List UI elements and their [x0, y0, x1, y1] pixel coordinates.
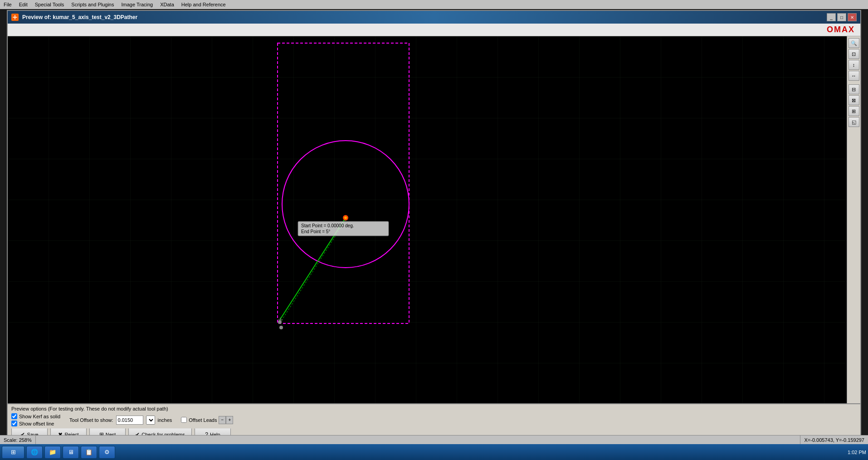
window-titlebar: Preview of: kumar_5_axis_test_v2_3DPathe… [8, 11, 860, 24]
menu-xdata[interactable]: XData [160, 2, 174, 7]
taskbar-btn2[interactable]: 📁 [44, 446, 61, 459]
offset-leads-checkbox[interactable] [181, 417, 187, 423]
show-offset-label: Show offset line [19, 421, 54, 426]
show-offset-checkbox[interactable] [11, 421, 17, 426]
window-controls: _ □ ✕ [827, 13, 857, 21]
spin-up-button[interactable]: + [226, 416, 233, 424]
taskbar-btn1[interactable]: 🌐 [26, 446, 43, 459]
menu-file[interactable]: File [4, 2, 12, 7]
tool-r2[interactable]: ⊠ [848, 95, 859, 105]
window-icon [11, 14, 19, 21]
show-kerf-label: Show Kerf as solid [19, 414, 60, 419]
tool-offset-input[interactable] [116, 416, 143, 425]
offset-leads-label: Offset Leads [189, 417, 217, 423]
zoom-height-button[interactable]: ↕ [848, 60, 859, 70]
menu-edit[interactable]: Edit [19, 2, 28, 7]
maximize-button[interactable]: □ [837, 13, 846, 21]
menubar: File Edit Special Tools Scripts and Plug… [0, 0, 868, 9]
spin-down-button[interactable]: − [219, 416, 226, 424]
show-kerf-checkbox-group: Show Kerf as solid [11, 413, 60, 419]
menu-help[interactable]: Help and Reference [181, 2, 226, 7]
zoom-fit-button[interactable]: ⊡ [848, 49, 859, 59]
show-kerf-checkbox[interactable] [11, 413, 17, 419]
taskbar-start[interactable]: ⊞ [2, 446, 24, 459]
taskbar-btn3[interactable]: 🖥 [63, 446, 79, 459]
offset-leads-group: Offset Leads − + [181, 416, 233, 424]
tool-offset-unit-select[interactable]: ▼ [146, 416, 155, 425]
svg-text:Start Point = 0.00000 deg.: Start Point = 0.00000 deg. [301, 223, 354, 228]
tool-r3[interactable]: ⊞ [848, 106, 859, 116]
svg-rect-3 [8, 36, 860, 403]
inches-label: inches [158, 417, 172, 423]
zoom-width-button[interactable]: ↔ [848, 71, 859, 81]
zoom-in-button[interactable]: 🔍 [848, 38, 859, 48]
tool-r1[interactable]: ⊟ [848, 84, 859, 94]
svg-point-9 [344, 216, 347, 219]
minimize-button[interactable]: _ [827, 13, 836, 21]
svg-point-10 [278, 320, 282, 324]
canvas-svg: Start Point = 0.00000 deg. End Point = 5… [8, 36, 860, 403]
scale-status: Scale: 258% [0, 436, 36, 444]
menu-scripts[interactable]: Scripts and Plugins [71, 2, 114, 7]
canvas-area[interactable]: Start Point = 0.00000 deg. End Point = 5… [8, 36, 860, 403]
logo-bar: OMAX [8, 24, 860, 36]
taskbar-btn5[interactable]: ⚙ [99, 446, 115, 459]
svg-text:End Point = 5°: End Point = 5° [301, 229, 330, 234]
taskbar: ⊞ 🌐 📁 🖥 📋 ⚙ 1:02 PM [0, 444, 868, 460]
controls-row: Show Kerf as solid Show offset line Tool… [11, 413, 857, 426]
preview-options-label: Preview options (For testing only. These… [11, 406, 857, 411]
tool-offset-group: Tool Offset to show: ▼ inches [69, 416, 172, 425]
taskbar-btn4[interactable]: 📋 [81, 446, 97, 459]
svg-point-11 [279, 326, 283, 329]
tool-offset-label: Tool Offset to show: [69, 417, 113, 423]
show-offset-checkbox-group: Show offset line [11, 421, 60, 426]
omax-logo: OMAX [827, 25, 855, 34]
window-title: Preview of: kumar_5_axis_test_v2_3DPathe… [22, 14, 823, 20]
statusbar: Scale: 258% X=-0.005743, Y=-0.159297 [0, 435, 868, 444]
close-button[interactable]: ✕ [848, 13, 857, 21]
tool-r4[interactable]: ◱ [848, 117, 859, 127]
leads-spinbox: − + [219, 416, 233, 424]
menu-image-tracing[interactable]: Image Tracing [122, 2, 153, 7]
main-window: Preview of: kumar_5_axis_test_v2_3DPathe… [7, 10, 861, 444]
right-toolbar: 🔍 ⊡ ↕ ↔ ⊟ ⊠ ⊞ ◱ [847, 36, 860, 403]
checkbox-group: Show Kerf as solid Show offset line [11, 413, 60, 426]
coords-status: X=-0.005743, Y=-0.159297 [800, 436, 868, 444]
menu-special-tools[interactable]: Special Tools [35, 2, 64, 7]
taskbar-clock: 1:02 PM [848, 446, 866, 459]
